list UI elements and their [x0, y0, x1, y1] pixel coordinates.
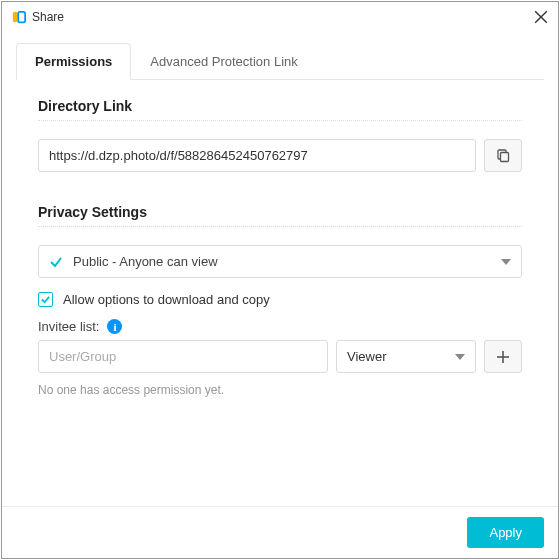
- titlebar: Share: [2, 2, 558, 32]
- checkmark-icon: [40, 294, 51, 305]
- directory-link-input[interactable]: [38, 139, 476, 172]
- role-select[interactable]: Viewer: [336, 340, 476, 373]
- copy-icon: [496, 149, 510, 163]
- invitee-empty-text: No one has access permission yet.: [38, 383, 522, 397]
- plus-icon: [496, 350, 510, 364]
- dialog-footer: Apply: [2, 506, 558, 558]
- privacy-level-select[interactable]: Public - Anyone can view: [38, 245, 522, 278]
- directory-link-title: Directory Link: [38, 98, 522, 121]
- check-icon: [49, 255, 63, 269]
- role-select-value: Viewer: [347, 349, 455, 364]
- invitee-input[interactable]: [38, 340, 328, 373]
- tab-permissions[interactable]: Permissions: [16, 43, 131, 80]
- caret-down-icon: [501, 259, 511, 265]
- window-title: Share: [32, 10, 534, 24]
- info-icon[interactable]: i: [107, 319, 122, 334]
- close-icon[interactable]: [534, 10, 548, 24]
- svg-rect-5: [501, 152, 509, 161]
- tab-content: Directory Link Privacy Settings Public -…: [2, 80, 558, 506]
- svg-rect-0: [13, 12, 17, 23]
- allow-download-checkbox[interactable]: [38, 292, 53, 307]
- svg-rect-1: [18, 12, 25, 23]
- share-dialog: Share Permissions Advanced Protection Li…: [1, 1, 559, 559]
- privacy-level-value: Public - Anyone can view: [73, 254, 501, 269]
- caret-down-icon: [455, 354, 465, 360]
- invitee-list-label: Invitee list:: [38, 319, 99, 334]
- svg-marker-6: [501, 259, 511, 265]
- add-invitee-button[interactable]: [484, 340, 522, 373]
- copy-link-button[interactable]: [484, 139, 522, 172]
- tab-advanced-protection[interactable]: Advanced Protection Link: [131, 43, 316, 80]
- app-logo-icon: [12, 10, 26, 24]
- privacy-settings-title: Privacy Settings: [38, 204, 522, 227]
- allow-download-label: Allow options to download and copy: [63, 292, 270, 307]
- svg-marker-7: [455, 354, 465, 360]
- apply-button[interactable]: Apply: [467, 517, 544, 548]
- tabs: Permissions Advanced Protection Link: [16, 42, 544, 80]
